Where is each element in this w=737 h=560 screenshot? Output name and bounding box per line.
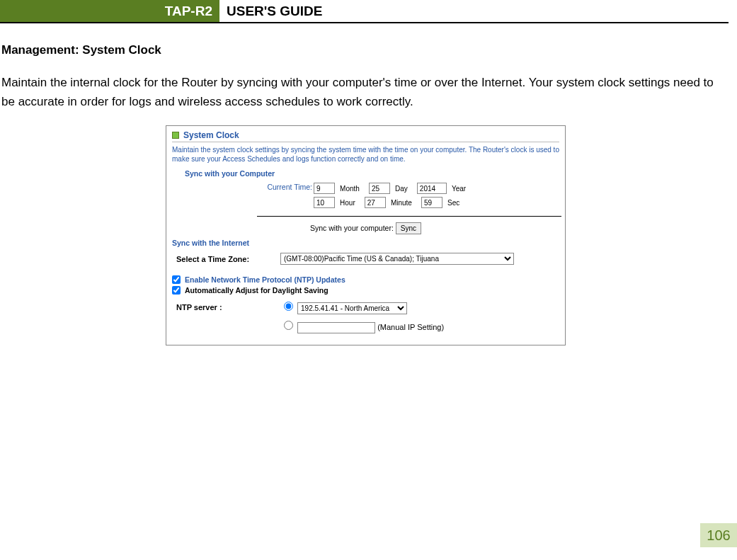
timezone-select[interactable]: (GMT-08:00)Pacific Time (US & Canada); T…: [280, 253, 514, 265]
page-header: TAP-R2 USER'S GUIDE: [0, 0, 729, 23]
header-title: USER'S GUIDE: [219, 0, 322, 22]
internet-sync-table: Select a Time Zone: (GMT-08:00)Pacific T…: [172, 250, 559, 268]
sync-prompt: Sync with your computer:: [310, 224, 394, 232]
section-heading: Management: System Clock: [1, 43, 730, 57]
hour-input[interactable]: [314, 197, 335, 208]
minute-unit: Minute: [388, 199, 419, 207]
ntp-enable-label: Enable Network Time Protocol (NTP) Updat…: [185, 275, 345, 284]
page-number: 106: [700, 523, 737, 547]
page-content: Management: System Clock Maintain the in…: [0, 23, 737, 345]
minute-input[interactable]: [365, 197, 386, 208]
dst-row: Automatically Adjust for Daylight Saving: [172, 286, 559, 295]
sync-computer-heading: Sync with your Computer: [185, 169, 559, 178]
ntp-server-label: NTP server :: [173, 298, 276, 316]
panel-description: Maintain the system clock settings by sy…: [172, 145, 559, 164]
hour-unit: Hour: [337, 199, 362, 207]
ntp-preset-radio[interactable]: [284, 302, 293, 311]
year-input[interactable]: [417, 183, 447, 194]
year-unit: Year: [449, 185, 473, 193]
manual-ip-label: (Manual IP Setting): [377, 323, 444, 331]
second-unit: Sec: [445, 199, 467, 207]
body-paragraph: Maintain the internal clock for the Rout…: [1, 73, 730, 111]
day-unit: Day: [392, 185, 415, 193]
sync-internet-heading: Sync with the Internet: [172, 239, 559, 247]
ntp-server-select[interactable]: 192.5.41.41 - North America: [297, 302, 407, 314]
dst-label: Automatically Adjust for Daylight Saving: [185, 286, 328, 295]
timezone-label: Select a Time Zone:: [173, 251, 276, 266]
header-brand: TAP-R2: [0, 0, 219, 22]
current-time-fields: Current Time: Month Day Year Hour Minute: [205, 181, 474, 210]
system-clock-panel: System Clock Maintain the system clock s…: [166, 125, 566, 345]
month-unit: Month: [337, 185, 367, 193]
second-input[interactable]: [421, 197, 442, 208]
ntp-manual-input[interactable]: [297, 322, 375, 333]
current-time-label: Current Time:: [206, 182, 312, 195]
ntp-manual-radio[interactable]: [284, 321, 293, 330]
panel-icon: [172, 132, 179, 139]
ntp-enable-checkbox[interactable]: [172, 275, 181, 284]
sync-button[interactable]: Sync: [396, 222, 421, 234]
ntp-enable-row: Enable Network Time Protocol (NTP) Updat…: [172, 275, 559, 284]
day-input[interactable]: [369, 183, 390, 194]
sync-row: Sync with your computer: Sync: [172, 222, 559, 234]
ntp-server-table: NTP server : 192.5.41.41 - North America…: [172, 297, 448, 336]
dst-checkbox[interactable]: [172, 286, 181, 295]
panel-title: System Clock: [183, 130, 239, 140]
month-input[interactable]: [314, 183, 335, 194]
